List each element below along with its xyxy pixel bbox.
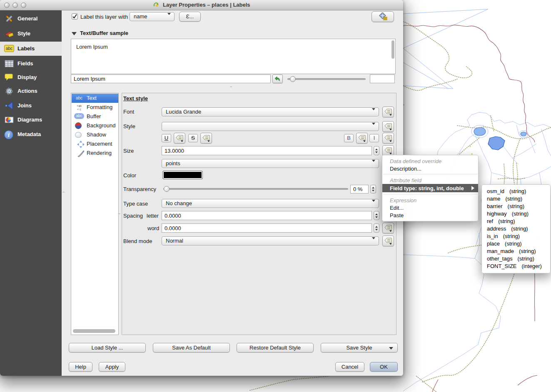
placement-settings-icon xyxy=(378,12,388,21)
join-arrow-icon xyxy=(4,101,14,111)
size-label: Size xyxy=(123,148,134,154)
collapse-triangle-icon[interactable] xyxy=(72,32,77,35)
sidebar-item-diagrams[interactable]: Diagrams xyxy=(0,113,62,127)
window-titlebar[interactable]: Layer Properties – places | Labels xyxy=(0,0,403,10)
transparency-stepper[interactable] xyxy=(370,185,376,194)
font-style-select[interactable] xyxy=(162,122,379,131)
menu-section-attribute-field: Attribute field xyxy=(382,176,478,184)
sidebar-item-style[interactable]: Style xyxy=(0,27,62,41)
layer-properties-dialog: Layer Properties – places | Labels Gener… xyxy=(0,0,403,376)
blend-mode-select[interactable]: Normal xyxy=(162,236,379,246)
apply-button[interactable]: Apply xyxy=(99,362,125,372)
size-units-select[interactable]: points xyxy=(162,159,379,168)
cancel-button[interactable]: Cancel xyxy=(335,362,364,372)
tab-background[interactable]: Background xyxy=(72,121,118,130)
background-tab-icon xyxy=(75,122,82,129)
spacing-data-defined-button[interactable] xyxy=(382,223,394,233)
preview-scrollbar[interactable] xyxy=(391,40,394,59)
strikeout-button[interactable]: S xyxy=(188,134,198,142)
tab-text[interactable]: abc Text xyxy=(72,94,118,103)
reset-sample-button[interactable] xyxy=(272,74,283,83)
splitter-collapse-icon[interactable]: ⌢ xyxy=(230,84,232,89)
blend-data-defined-button[interactable] xyxy=(382,236,394,246)
label-this-layer-checkbox[interactable] xyxy=(72,13,78,20)
tab-rendering[interactable]: Rendering xyxy=(72,149,118,158)
tablist-scrollbar[interactable] xyxy=(73,329,115,333)
label-field-select[interactable]: name xyxy=(130,12,175,21)
word-spacing-input[interactable] xyxy=(162,223,372,233)
sidebar-item-display[interactable]: Display xyxy=(0,70,62,84)
type-case-select[interactable]: No change xyxy=(162,199,379,208)
submenu-item-highway[interactable]: highway(string) xyxy=(482,210,550,218)
transparency-slider-thumb[interactable] xyxy=(164,186,170,192)
letter-spacing-input[interactable] xyxy=(162,211,372,220)
sidebar-item-joins[interactable]: Joins xyxy=(0,99,62,113)
tab-placement[interactable]: Placement xyxy=(72,139,118,149)
color-swatch-button[interactable] xyxy=(162,171,203,179)
rendering-tab-icon xyxy=(75,150,87,157)
tab-formatting[interactable]: +ab< c Formatting xyxy=(72,103,118,112)
save-style-button[interactable]: Save Style xyxy=(321,343,398,352)
save-as-default-button[interactable]: Save As Default xyxy=(153,343,230,352)
submenu-item-address[interactable]: address(string) xyxy=(482,225,550,233)
menu-section-expression: Expression xyxy=(382,196,478,204)
sidebar-item-fields[interactable]: Fields xyxy=(0,57,62,71)
font-data-defined-button[interactable] xyxy=(382,107,394,117)
strikeout-data-defined-button[interactable] xyxy=(200,133,212,144)
sidebar-item-general[interactable]: General xyxy=(0,12,62,26)
transparency-value[interactable] xyxy=(350,185,369,194)
tab-buffer[interactable]: abc Buffer xyxy=(72,112,118,121)
submenu-item-ref[interactable]: ref(string) xyxy=(482,218,550,225)
bold-data-defined-button[interactable] xyxy=(356,133,368,144)
sample-size-field[interactable] xyxy=(370,74,395,83)
submenu-item-barrier[interactable]: barrier(string) xyxy=(482,203,550,210)
spacing-label: Spacing xyxy=(123,213,143,219)
gear-icon xyxy=(4,86,14,96)
tab-shadow[interactable]: Shadow xyxy=(72,130,118,139)
label-settings-tabs: abc Text +ab< c Formatting abc Buffer Ba… xyxy=(71,93,119,335)
menu-item-edit[interactable]: Edit... xyxy=(382,204,478,211)
sample-text-input[interactable] xyxy=(71,74,271,83)
transparency-slider[interactable] xyxy=(163,188,348,190)
expression-button[interactable]: Ɛ... xyxy=(179,12,201,22)
submenu-item-FONT_SIZE[interactable]: FONT_SIZE(integer) xyxy=(482,263,550,270)
bold-button[interactable]: B xyxy=(344,134,354,142)
help-button[interactable]: Help xyxy=(69,362,92,372)
submenu-arrow-icon xyxy=(471,186,474,190)
ok-button[interactable]: OK xyxy=(370,362,398,372)
letter-spacing-stepper[interactable] xyxy=(374,211,379,220)
label-this-layer-label: Label this layer with xyxy=(80,14,128,20)
menu-item-description[interactable]: Description... xyxy=(382,165,478,172)
menu-item-paste[interactable]: Paste xyxy=(382,211,478,219)
word-spacing-stepper[interactable] xyxy=(374,223,379,233)
style-data-defined-button[interactable] xyxy=(382,121,394,132)
qgis-logo-icon xyxy=(153,2,159,8)
transparency-label: Transparency xyxy=(123,186,156,192)
menu-item-field-type[interactable]: Field type: string, int, double xyxy=(382,184,478,192)
restore-default-style-button[interactable]: Restore Default Style xyxy=(237,343,314,352)
size-input[interactable] xyxy=(162,146,372,155)
sample-size-slider[interactable] xyxy=(287,78,366,80)
sample-section-title: Text/Buffer sample xyxy=(80,30,128,36)
sidebar-item-labels[interactable]: abc Labels xyxy=(0,42,62,56)
left-splitter-icon[interactable]: ⌢ xyxy=(62,190,65,194)
submenu-item-man_made[interactable]: man_made(string) xyxy=(482,248,550,255)
underline-button[interactable]: U xyxy=(162,134,171,142)
submenu-item-other_tags[interactable]: other_tags(string) xyxy=(482,255,550,263)
submenu-item-place[interactable]: place(string) xyxy=(482,240,550,248)
underline-data-defined-button[interactable] xyxy=(174,133,185,144)
sidebar-item-actions[interactable]: Actions xyxy=(0,84,62,98)
checkmark-icon xyxy=(72,14,77,19)
sidebar-item-metadata[interactable]: i Metadata xyxy=(0,127,62,141)
submenu-item-name[interactable]: name(string) xyxy=(482,195,550,203)
submenu-item-is_in[interactable]: is_in(string) xyxy=(482,233,550,240)
sample-size-slider-thumb[interactable] xyxy=(290,76,296,82)
buffer-tab-icon: abc xyxy=(74,113,84,119)
submenu-item-osm_id[interactable]: osm_id(string) xyxy=(482,188,550,195)
load-style-button[interactable]: Load Style ... xyxy=(69,343,146,352)
font-select[interactable]: Lucida Grande xyxy=(162,107,379,117)
size-stepper[interactable] xyxy=(374,146,379,155)
italic-data-defined-button[interactable] xyxy=(382,133,394,144)
automated-placement-button[interactable] xyxy=(371,11,394,22)
italic-button[interactable]: I xyxy=(369,134,379,142)
